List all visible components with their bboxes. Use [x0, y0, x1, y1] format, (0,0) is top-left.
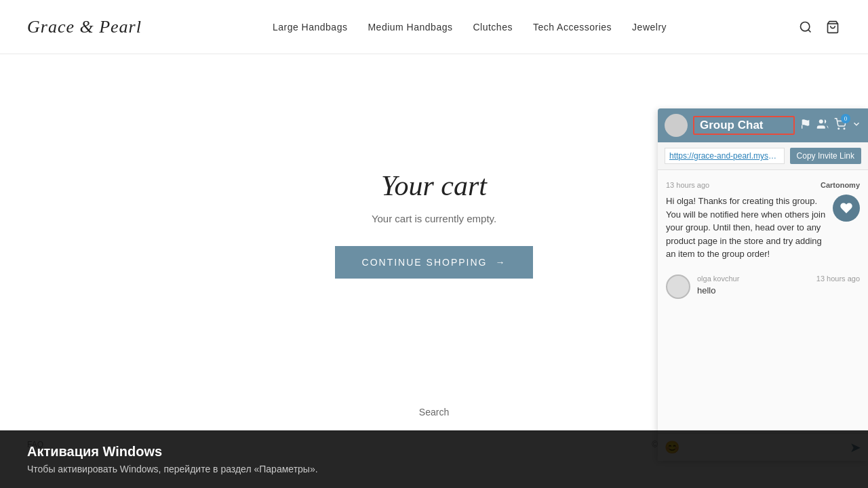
windows-activation-title: Активация Windows — [27, 444, 841, 458]
chat-flag-icon[interactable] — [800, 119, 811, 132]
copy-invite-button[interactable]: Copy Invite Link — [790, 148, 861, 164]
chat-group-title: Group Chat — [693, 116, 795, 135]
header-actions — [797, 19, 841, 35]
site-logo[interactable]: Grace & Pearl — [27, 17, 142, 37]
nav-tech-accessories[interactable]: Tech Accessories — [533, 22, 612, 33]
cart-title: Your cart — [381, 169, 487, 202]
chat-header: Group Chat 0 — [658, 108, 868, 142]
chat-user-avatar — [665, 114, 688, 137]
nav-jewelry[interactable]: Jewelry — [632, 22, 667, 33]
bot-message-content: Hi olga! Thanks for creating this group.… — [666, 195, 860, 261]
cart-badge: 0 — [841, 114, 850, 123]
svg-point-0 — [801, 22, 810, 30]
chat-invite-link[interactable]: https://grace-and-pearl.myshopify.co... — [665, 148, 785, 164]
bot-message-text: Hi olga! Thanks for creating this group.… — [666, 195, 827, 261]
nav-medium-handbags[interactable]: Medium Handbags — [368, 22, 452, 33]
chat-dropdown-icon[interactable] — [852, 119, 861, 131]
chat-messages: 13 hours ago Cartonomy Hi olga! Thanks f… — [658, 170, 868, 433]
nav-large-handbags[interactable]: Large Handbags — [273, 22, 348, 33]
chat-cart-icon[interactable]: 0 — [834, 118, 846, 133]
user-message-meta: olga kovchur 13 hours ago — [697, 274, 860, 283]
chat-members-icon[interactable] — [816, 118, 829, 133]
chat-header-icons: 0 — [800, 118, 861, 133]
bot-message-meta: 13 hours ago Cartonomy — [666, 181, 860, 189]
site-header: Grace & Pearl Large Handbags Medium Hand… — [0, 0, 868, 54]
user-message-time: 13 hours ago — [816, 274, 860, 283]
bot-sender: Cartonomy — [821, 181, 860, 189]
cart-icon[interactable] — [825, 19, 841, 35]
chat-invite-bar: https://grace-and-pearl.myshopify.co... … — [658, 142, 868, 170]
search-icon[interactable] — [797, 19, 814, 35]
svg-point-4 — [819, 119, 823, 123]
user-message-content: olga kovchur 13 hours ago hello — [697, 274, 860, 296]
chat-widget: Group Chat 0 — [658, 108, 868, 458]
main-nav: Large Handbags Medium Handbags Clutches … — [273, 22, 667, 33]
windows-activation-overlay: Активация Windows Чтобы активировать Win… — [0, 430, 868, 458]
user-message-row: olga kovchur 13 hours ago hello — [666, 274, 860, 299]
bot-message-group: 13 hours ago Cartonomy Hi olga! Thanks f… — [666, 181, 860, 261]
bot-time: 13 hours ago — [666, 181, 709, 189]
user-message-group: olga kovchur 13 hours ago hello — [666, 274, 860, 299]
svg-line-1 — [808, 29, 811, 32]
bot-avatar — [833, 195, 860, 222]
user-sender-name: olga kovchur — [697, 274, 739, 283]
svg-point-5 — [838, 128, 840, 129]
nav-clutches[interactable]: Clutches — [473, 22, 512, 33]
svg-point-6 — [844, 128, 845, 129]
user-avatar — [666, 274, 690, 299]
user-message-text: hello — [697, 285, 860, 296]
continue-shopping-button[interactable]: CONTINUE SHOPPING → — [335, 246, 534, 279]
cart-empty-message: Your cart is currently empty. — [372, 213, 496, 224]
